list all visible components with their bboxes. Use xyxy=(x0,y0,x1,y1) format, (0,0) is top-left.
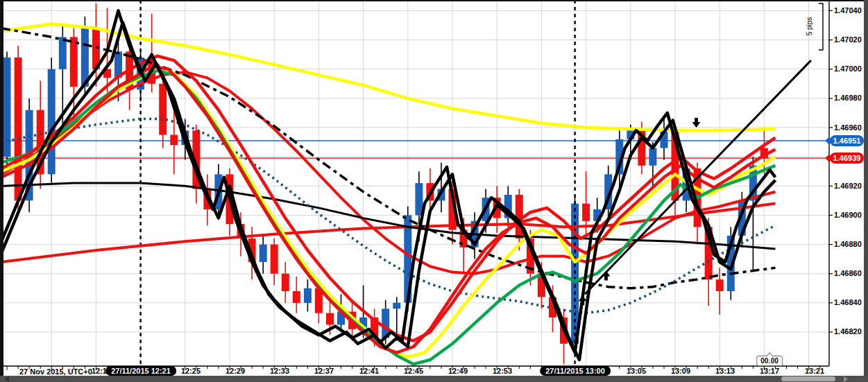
red-slow-ma xyxy=(1,204,776,262)
price-axis-label: 1.46900 xyxy=(834,211,862,219)
time-axis-label: 12:41 xyxy=(359,367,379,375)
scrollbar-thumb[interactable] xyxy=(781,376,835,381)
pips-measure-label: 5 pips xyxy=(800,12,819,41)
price-axis-label: 1.47000 xyxy=(834,64,862,73)
price-axis-label: 1.46840 xyxy=(834,298,862,306)
buy-arrow-icon xyxy=(602,270,610,280)
time-axis-label: 12:53 xyxy=(493,367,512,375)
price-axis-label: 1.46980 xyxy=(834,94,862,102)
price-axis-label: 1.46860 xyxy=(834,269,862,277)
ask-price-badge: 1.46951 xyxy=(830,135,864,146)
scroll-right-icon[interactable] xyxy=(844,376,848,382)
red-upper-ma xyxy=(1,56,776,341)
price-axis-label: 1.47040 xyxy=(834,6,862,15)
time-axis-label: 13:05 xyxy=(627,367,646,375)
chart-date-utc-label: 27 Nov 2015, UTC+0 xyxy=(19,367,92,376)
price-axis-label: 1.46820 xyxy=(834,327,862,336)
window-border-top xyxy=(0,0,868,1)
time-axis-label: 12:49 xyxy=(448,367,468,375)
session-marker-label-1300: 27/11/2015 13:00 xyxy=(540,366,611,376)
window-border-right xyxy=(864,0,868,382)
price-axis-label: 1.46920 xyxy=(834,182,862,190)
session-marker-label-1221: 27/11/2015 12:21 xyxy=(105,366,176,376)
time-axis-label: 12:25 xyxy=(181,367,201,375)
price-axis-label: 1.46880 xyxy=(834,240,862,248)
time-axis-label: 12:45 xyxy=(404,367,423,375)
trading-chart-window: 1.470401.470201.470001.469801.469601.469… xyxy=(0,0,868,382)
sell-arrow-icon xyxy=(692,118,700,128)
plot-area[interactable] xyxy=(1,0,829,366)
time-axis-label: 13:21 xyxy=(805,367,824,375)
scroll-left-icon[interactable] xyxy=(5,376,9,382)
bid-price-badge: 1.46939 xyxy=(830,153,864,164)
time-axis-label: 12:37 xyxy=(314,367,334,375)
price-axis-label: 1.46960 xyxy=(834,123,862,132)
time-axis-label: 13:09 xyxy=(671,367,690,375)
candle-countdown-tooltip: 00:00 xyxy=(756,356,783,366)
time-axis-label: 13:13 xyxy=(715,367,735,375)
time-axis-label: 13:17 xyxy=(760,367,779,375)
price-axis-label: 1.47020 xyxy=(834,35,862,44)
time-axis-label: 12:29 xyxy=(225,367,245,375)
window-border-left xyxy=(0,0,3,382)
trend-line[interactable] xyxy=(585,60,811,294)
horizontal-scrollbar[interactable] xyxy=(0,376,868,382)
price-chart-canvas[interactable] xyxy=(0,0,868,382)
time-axis-label: 12:33 xyxy=(270,367,289,375)
